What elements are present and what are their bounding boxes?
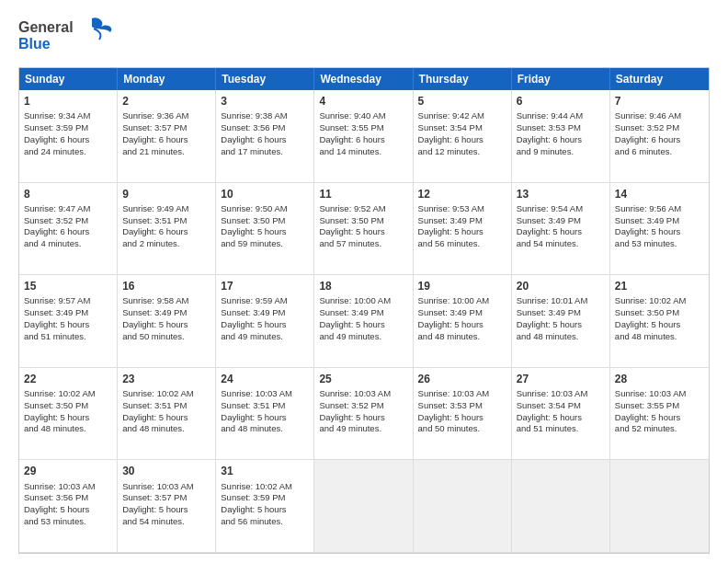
day-cell-9: 9Sunrise: 9:49 AMSunset: 3:51 PMDaylight… <box>118 183 216 276</box>
day-cell-20: 20Sunrise: 10:01 AMSunset: 3:49 PMDaylig… <box>512 275 610 368</box>
day-info-line: Daylight: 6 hours <box>319 134 407 146</box>
day-info-line: and 50 minutes. <box>122 331 210 343</box>
header-day-tuesday: Tuesday <box>216 68 314 90</box>
day-cell-26: 26Sunrise: 10:03 AMSunset: 3:53 PMDaylig… <box>414 368 512 461</box>
day-info-line: Daylight: 5 hours <box>221 504 309 516</box>
day-info-line: and 48 minutes. <box>221 423 309 435</box>
empty-cell <box>414 460 512 553</box>
day-info-line: Sunset: 3:50 PM <box>221 215 309 227</box>
day-info-line: Sunrise: 9:38 AM <box>221 110 309 122</box>
day-info-line: and 52 minutes. <box>615 423 704 435</box>
day-cell-12: 12Sunrise: 9:53 AMSunset: 3:49 PMDayligh… <box>414 183 512 276</box>
day-info-line: and 48 minutes. <box>418 331 506 343</box>
day-info-line: Sunset: 3:49 PM <box>122 307 210 319</box>
day-info-line: Sunset: 3:51 PM <box>122 400 210 412</box>
day-cell-13: 13Sunrise: 9:54 AMSunset: 3:49 PMDayligh… <box>512 183 610 276</box>
day-info-line: Sunset: 3:49 PM <box>517 307 605 319</box>
day-info-line: Sunrise: 10:03 AM <box>24 481 112 493</box>
day-number: 17 <box>221 279 309 293</box>
day-info-line: Daylight: 5 hours <box>221 226 309 238</box>
day-cell-11: 11Sunrise: 9:52 AMSunset: 3:50 PMDayligh… <box>314 183 413 276</box>
day-info-line: Sunset: 3:54 PM <box>418 122 506 134</box>
svg-text:General: General <box>18 19 74 35</box>
day-cell-21: 21Sunrise: 10:02 AMSunset: 3:50 PMDaylig… <box>610 275 709 368</box>
header-day-friday: Friday <box>512 68 610 90</box>
day-cell-14: 14Sunrise: 9:56 AMSunset: 3:49 PMDayligh… <box>610 183 709 276</box>
day-info-line: and 2 minutes. <box>122 238 210 250</box>
day-cell-4: 4Sunrise: 9:40 AMSunset: 3:55 PMDaylight… <box>314 90 413 183</box>
day-info-line: and 17 minutes. <box>221 146 309 158</box>
day-cell-6: 6Sunrise: 9:44 AMSunset: 3:53 PMDaylight… <box>512 90 610 183</box>
day-info-line: Sunrise: 10:00 AM <box>319 295 407 307</box>
day-info-line: Sunrise: 9:53 AM <box>418 203 506 215</box>
day-info-line: Sunrise: 10:02 AM <box>221 481 309 493</box>
day-cell-1: 1Sunrise: 9:34 AMSunset: 3:59 PMDaylight… <box>19 90 118 183</box>
day-info-line: and 49 minutes. <box>221 331 309 343</box>
day-info-line: and 9 minutes. <box>517 146 605 158</box>
svg-text:Blue: Blue <box>18 36 51 52</box>
day-info-line: Daylight: 5 hours <box>24 319 112 331</box>
day-number: 20 <box>517 279 605 293</box>
day-info-line: and 49 minutes. <box>319 423 407 435</box>
day-info-line: Daylight: 6 hours <box>24 226 112 238</box>
day-info-line: Daylight: 5 hours <box>615 412 704 424</box>
day-info-line: Sunset: 3:49 PM <box>418 307 506 319</box>
day-cell-10: 10Sunrise: 9:50 AMSunset: 3:50 PMDayligh… <box>216 183 314 276</box>
day-cell-15: 15Sunrise: 9:57 AMSunset: 3:49 PMDayligh… <box>19 275 118 368</box>
day-info-line: and 12 minutes. <box>418 146 506 158</box>
day-info-line: Daylight: 5 hours <box>517 226 605 238</box>
day-number: 7 <box>615 94 704 109</box>
day-number: 29 <box>24 464 112 478</box>
day-number: 21 <box>615 279 704 293</box>
day-info-line: Daylight: 5 hours <box>319 226 407 238</box>
logo: General Blue <box>18 14 119 58</box>
day-info-line: Sunset: 3:49 PM <box>221 307 309 319</box>
day-info-line: Daylight: 6 hours <box>517 134 605 146</box>
day-info-line: Sunrise: 9:36 AM <box>122 110 210 122</box>
day-info-line: Sunset: 3:59 PM <box>24 122 112 134</box>
day-info-line: Sunrise: 10:03 AM <box>418 388 506 400</box>
day-cell-22: 22Sunrise: 10:02 AMSunset: 3:50 PMDaylig… <box>19 368 118 461</box>
day-info-line: Sunrise: 10:02 AM <box>615 295 704 307</box>
day-info-line: Sunset: 3:49 PM <box>615 215 704 227</box>
day-info-line: and 51 minutes. <box>24 331 112 343</box>
day-info-line: Sunrise: 9:54 AM <box>517 203 605 215</box>
day-cell-2: 2Sunrise: 9:36 AMSunset: 3:57 PMDaylight… <box>118 90 216 183</box>
day-number: 12 <box>418 187 506 201</box>
day-info-line: and 53 minutes. <box>24 516 112 528</box>
day-info-line: Sunset: 3:49 PM <box>517 215 605 227</box>
day-number: 28 <box>615 372 704 386</box>
day-info-line: Sunset: 3:52 PM <box>615 122 704 134</box>
empty-cell <box>512 460 610 553</box>
header: General Blue <box>18 14 710 58</box>
day-info-line: Sunrise: 10:01 AM <box>517 295 605 307</box>
day-number: 26 <box>418 372 506 386</box>
day-info-line: Daylight: 6 hours <box>24 134 112 146</box>
day-info-line: Daylight: 6 hours <box>122 134 210 146</box>
day-info-line: and 48 minutes. <box>24 423 112 435</box>
empty-cell <box>314 460 413 553</box>
day-number: 31 <box>221 464 309 478</box>
day-info-line: Sunrise: 10:02 AM <box>122 388 210 400</box>
day-info-line: Sunrise: 10:03 AM <box>122 481 210 493</box>
day-info-line: Sunrise: 10:03 AM <box>615 388 704 400</box>
day-info-line: Daylight: 5 hours <box>122 319 210 331</box>
day-info-line: Daylight: 5 hours <box>319 319 407 331</box>
day-info-line: and 51 minutes. <box>517 423 605 435</box>
day-info-line: Sunrise: 9:59 AM <box>221 295 309 307</box>
day-cell-18: 18Sunrise: 10:00 AMSunset: 3:49 PMDaylig… <box>314 275 413 368</box>
day-number: 24 <box>221 372 309 386</box>
day-number: 9 <box>122 187 210 201</box>
day-info-line: Daylight: 6 hours <box>418 134 506 146</box>
day-cell-30: 30Sunrise: 10:03 AMSunset: 3:57 PMDaylig… <box>118 460 216 553</box>
day-info-line: and 54 minutes. <box>517 238 605 250</box>
day-info-line: Sunset: 3:49 PM <box>418 215 506 227</box>
day-number: 11 <box>319 187 407 201</box>
day-number: 30 <box>122 464 210 478</box>
day-info-line: and 56 minutes. <box>418 238 506 250</box>
day-number: 8 <box>24 187 112 201</box>
day-info-line: Sunset: 3:50 PM <box>615 307 704 319</box>
day-info-line: Sunrise: 9:47 AM <box>24 203 112 215</box>
header-day-saturday: Saturday <box>610 68 709 90</box>
day-info-line: Daylight: 5 hours <box>319 412 407 424</box>
